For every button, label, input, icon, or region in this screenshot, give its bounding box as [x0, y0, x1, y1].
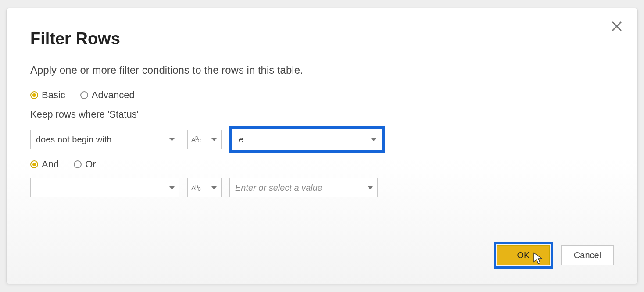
condition1-value-input[interactable]: e — [233, 130, 381, 149]
svg-marker-7 — [368, 186, 373, 189]
text-type-icon: ABC — [191, 184, 200, 192]
chevron-down-icon — [371, 135, 376, 145]
joiner-or-radio[interactable]: Or — [74, 159, 96, 170]
condition2-type-dropdown[interactable]: ABC — [187, 178, 222, 197]
ok-button[interactable]: OK — [497, 245, 550, 265]
highlight-annotation: e — [229, 126, 385, 153]
joiner-and-label: And — [42, 159, 59, 170]
condition2-value-placeholder: Enter or select a value — [235, 183, 322, 193]
cancel-button-label: Cancel — [574, 250, 601, 260]
joiner-or-label: Or — [85, 159, 96, 170]
mode-radio-group: Basic Advanced — [30, 89, 614, 101]
mode-advanced-label: Advanced — [92, 89, 135, 101]
radio-dot-icon — [80, 91, 88, 99]
condition1-type-dropdown[interactable]: ABC — [187, 130, 222, 149]
keep-rows-label: Keep rows where 'Status' — [30, 109, 614, 120]
joiner-and-radio[interactable]: And — [30, 159, 59, 170]
radio-dot-icon — [74, 160, 82, 168]
condition-row-1: does not begin with ABC e — [30, 126, 614, 153]
condition-row-2: ABC Enter or select a value — [30, 178, 614, 197]
highlight-annotation: OK — [494, 242, 553, 269]
text-type-icon: ABC — [191, 136, 200, 143]
svg-marker-6 — [211, 186, 217, 189]
filter-rows-dialog: Filter Rows Apply one or more filter con… — [6, 8, 638, 284]
condition2-operator-dropdown[interactable] — [30, 178, 179, 197]
condition2-value-input[interactable]: Enter or select a value — [229, 178, 378, 197]
condition1-operator-dropdown[interactable]: does not begin with — [30, 130, 179, 149]
close-button[interactable] — [610, 20, 623, 33]
mode-basic-label: Basic — [42, 89, 65, 101]
svg-marker-4 — [371, 138, 376, 141]
condition1-operator-value: does not begin with — [36, 135, 111, 145]
close-icon — [610, 20, 623, 33]
mode-basic-radio[interactable]: Basic — [30, 89, 65, 101]
svg-marker-2 — [169, 138, 175, 141]
chevron-down-icon — [211, 183, 217, 193]
dialog-subtitle: Apply one or more filter conditions to t… — [30, 64, 614, 76]
radio-dot-icon — [30, 160, 38, 168]
dialog-buttons: OK Cancel — [494, 242, 614, 269]
mode-advanced-radio[interactable]: Advanced — [80, 89, 135, 101]
svg-marker-5 — [169, 186, 175, 189]
svg-marker-3 — [211, 138, 217, 141]
chevron-down-icon — [368, 183, 373, 193]
chevron-down-icon — [169, 135, 175, 145]
radio-dot-icon — [30, 91, 38, 99]
chevron-down-icon — [169, 183, 175, 193]
chevron-down-icon — [211, 135, 217, 145]
condition1-value: e — [239, 135, 243, 145]
cancel-button[interactable]: Cancel — [561, 245, 614, 265]
dialog-title: Filter Rows — [30, 29, 614, 48]
ok-button-label: OK — [517, 250, 530, 260]
joiner-radio-group: And Or — [30, 159, 614, 170]
